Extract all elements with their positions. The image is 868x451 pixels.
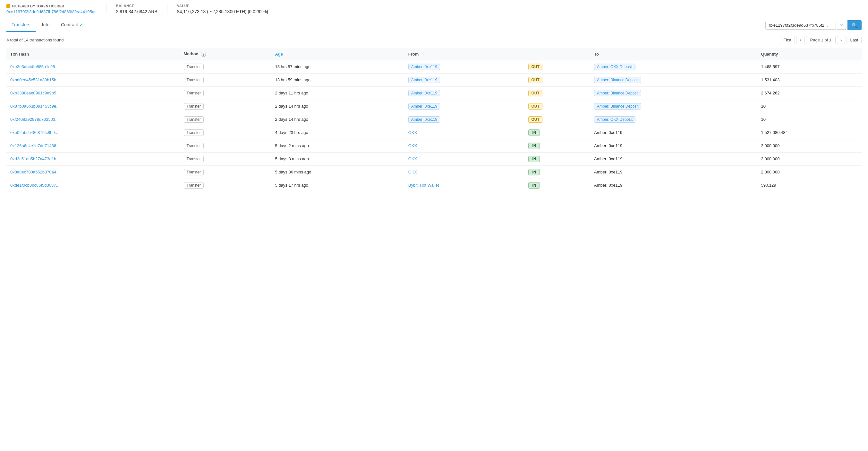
from-cell: Amber: 0xe119	[404, 113, 525, 126]
filter-label: FILTERED BY TOKEN HOLDER	[6, 4, 97, 8]
direction-cell: IN	[524, 178, 590, 192]
txn-hash-link[interactable]: 0xd3c51db5b27a473e1b...	[10, 157, 60, 161]
txn-hash-link[interactable]: 0xe3e3db4dfb885a1c95...	[10, 64, 58, 69]
txn-hash-cell: 0xb3398eae0961c9e9b5...	[6, 86, 180, 100]
from-address-badge[interactable]: Amber: 0xe119	[408, 90, 440, 96]
age-cell: 4 days 23 hrs ago	[271, 126, 404, 139]
txn-hash-link[interactable]: 0x8a8ec700a552b370a4...	[10, 170, 60, 174]
table-row: 0x126a6c4e1e7dd71436... Transfer 5 days …	[6, 139, 862, 152]
table-row: 0xf2408a92978d763503... Transfer 2 days …	[6, 113, 862, 126]
page-info: Page 1 of 1	[806, 36, 836, 44]
method-cell: Transfer	[180, 100, 271, 113]
from-address-link[interactable]: OKX	[408, 170, 417, 174]
from-cell: OKX	[404, 126, 525, 139]
tab-transfers[interactable]: Transfers	[6, 18, 36, 32]
col-age: Age	[271, 48, 404, 60]
direction-badge: IN	[528, 182, 540, 189]
from-address-badge[interactable]: Amber: 0xe119	[408, 77, 440, 83]
txn-hash-cell: 0xf2408a92978d763503...	[6, 113, 180, 126]
last-page-button[interactable]: Last	[846, 36, 862, 44]
direction-badge: IN	[528, 143, 540, 149]
method-badge: Transfer	[184, 169, 204, 175]
txn-hash-link[interactable]: 0xf2408a92978d763503...	[10, 117, 59, 122]
search-input[interactable]	[765, 21, 836, 30]
to-cell: Amber: Binance Deposit	[590, 100, 757, 113]
to-address-badge[interactable]: Amber: Binance Deposit	[594, 103, 641, 110]
txn-hash-link[interactable]: 0xbd0ed45c531a39b15b...	[10, 77, 60, 82]
direction-cell: OUT	[524, 113, 590, 126]
to-address-badge[interactable]: Amber: OKX Deposit	[594, 64, 636, 70]
to-address-badge[interactable]: Amber: Binance Deposit	[594, 90, 641, 96]
method-info-icon[interactable]: i	[201, 52, 206, 57]
pagination-row: A total of 14 transactions found First ‹…	[6, 36, 862, 44]
from-address-badge[interactable]: Amber: 0xe119	[408, 64, 440, 70]
direction-cell: OUT	[524, 73, 590, 86]
age-cell: 2 days 14 hrs ago	[271, 100, 404, 113]
from-cell: Amber: 0xe119	[404, 100, 525, 113]
txn-hash-cell: 0xd3c51db5b27a473e1b...	[6, 152, 180, 165]
from-address-badge[interactable]: Amber: 0xe119	[408, 116, 440, 123]
txn-hash-link[interactable]: 0xe02abcb486879fc8b9...	[10, 130, 58, 135]
txn-hash-link[interactable]: 0xde1f0cb8bc86f5d3037...	[10, 183, 59, 188]
method-badge: Transfer	[184, 143, 204, 149]
table-row: 0xe3e3db4dfb885a1c95... Transfer 13 hrs …	[6, 60, 862, 73]
from-address-badge[interactable]: Amber: 0xe119	[408, 103, 440, 110]
table-row: 0xde1f0cb8bc86f5d3037... Transfer 5 days…	[6, 178, 862, 192]
to-cell: Amber: 0xe119	[590, 178, 757, 192]
txn-hash-link[interactable]: 0x87b0a6b3b891453c9e...	[10, 104, 60, 109]
from-address-link[interactable]: OKX	[408, 143, 417, 148]
from-cell: Bybit: Hot Wallet	[404, 178, 525, 192]
filter-address-link[interactable]: 0xe11970f2f3de9d637fb786f2d869f8fea44195…	[6, 9, 97, 14]
from-address-link[interactable]: OKX	[408, 130, 417, 135]
from-address-link[interactable]: Bybit: Hot Wallet	[408, 183, 439, 188]
next-page-button[interactable]: ›	[837, 36, 845, 44]
quantity-cell: 2,674,262	[757, 86, 862, 100]
age-cell: 2 days 11 hrs ago	[271, 86, 404, 100]
quantity-cell: 1,527,080.484	[757, 126, 862, 139]
method-badge: Transfer	[184, 182, 204, 189]
to-address: Amber: 0xe119	[594, 143, 622, 148]
txn-hash-cell: 0x8a8ec700a552b370a4...	[6, 165, 180, 178]
first-page-button[interactable]: First	[780, 36, 795, 44]
quantity-cell: 10	[757, 113, 862, 126]
table-row: 0xbd0ed45c531a39b15b... Transfer 13 hrs …	[6, 73, 862, 86]
tab-info[interactable]: Info	[37, 18, 55, 32]
txn-hash-link[interactable]: 0xb3398eae0961c9e9b5...	[10, 91, 60, 95]
value-section: VALUE $4,116,273.18 ( ~2,285.1300 ETH) […	[177, 4, 862, 14]
method-cell: Transfer	[180, 73, 271, 86]
search-area: ✕ 🔍	[765, 20, 862, 30]
from-address-link[interactable]: OKX	[408, 157, 417, 161]
age-cell: 5 days 17 hrs ago	[271, 178, 404, 192]
table-header-row: Txn Hash Method i Age From To Quantity	[6, 48, 862, 60]
quantity-cell: 10	[757, 100, 862, 113]
to-address-badge[interactable]: Amber: OKX Deposit	[594, 116, 636, 123]
from-cell: OKX	[404, 152, 525, 165]
prev-page-button[interactable]: ‹	[796, 36, 805, 44]
age-cell: 13 hrs 59 mins ago	[271, 73, 404, 86]
balance-value: 2,919,342.6842 ARB	[116, 9, 157, 14]
from-cell: OKX	[404, 139, 525, 152]
to-cell: Amber: Binance Deposit	[590, 73, 757, 86]
pagination: First ‹ Page 1 of 1 › Last	[780, 36, 862, 44]
method-cell: Transfer	[180, 139, 271, 152]
to-address-badge[interactable]: Amber: Binance Deposit	[594, 77, 641, 83]
col-to: To	[590, 48, 757, 60]
txn-hash-link[interactable]: 0x126a6c4e1e7dd71436...	[10, 143, 60, 148]
search-clear-button[interactable]: ✕	[837, 21, 846, 30]
to-address: Amber: 0xe119	[594, 170, 622, 174]
result-count: A total of 14 transactions found	[6, 37, 64, 43]
search-button[interactable]: 🔍	[847, 20, 862, 30]
method-cell: Transfer	[180, 152, 271, 165]
age-cell: 5 days 8 mins ago	[271, 152, 404, 165]
direction-cell: OUT	[524, 60, 590, 73]
value-label: VALUE	[177, 4, 862, 8]
txn-hash-cell: 0xbd0ed45c531a39b15b...	[6, 73, 180, 86]
to-address: Amber: 0xe119	[594, 130, 622, 135]
age-cell: 5 days 36 mins ago	[271, 165, 404, 178]
direction-badge: OUT	[528, 64, 542, 70]
filter-icon	[6, 4, 10, 8]
balance-label: BALANCE	[116, 4, 157, 8]
age-cell: 5 days 2 mins ago	[271, 139, 404, 152]
tab-contract[interactable]: Contract ✔	[56, 18, 88, 32]
tabs-row: Transfers Info Contract ✔ ✕ 🔍	[0, 18, 868, 32]
